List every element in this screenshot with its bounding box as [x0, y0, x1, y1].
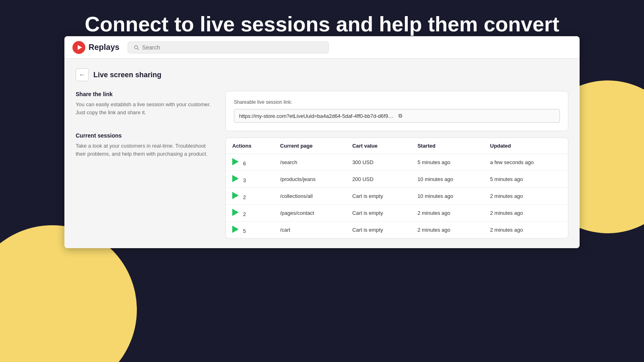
table-row: 2 /pages/contact Cart is empty 2 minutes…	[226, 205, 568, 222]
play-button[interactable]	[232, 158, 239, 165]
sessions-desc: Take a look at your customers in real-ti…	[76, 142, 213, 158]
link-input-row: https://my-store.com?etLiveUuid=ba4a2d64…	[234, 109, 560, 123]
cell-cart: Cart is empty	[346, 188, 411, 205]
play-button[interactable]	[232, 192, 239, 199]
share-desc: You can easily establish a live session …	[76, 101, 213, 116]
cell-started: 2 minutes ago	[411, 205, 483, 222]
cell-page: /search	[274, 154, 346, 171]
search-icon	[134, 45, 139, 50]
cell-cart: Cart is empty	[346, 222, 411, 239]
cell-actions: 2	[226, 188, 274, 205]
share-card: Shareable live session link: https://my-…	[225, 91, 568, 131]
copy-button[interactable]: ⧉	[398, 113, 555, 119]
play-button[interactable]	[232, 175, 239, 182]
cell-updated: 2 minutes ago	[484, 188, 568, 205]
table-header-row: Actions Current page Cart value Started …	[226, 138, 568, 154]
play-triangle-icon	[232, 175, 239, 182]
cell-cart: Cart is empty	[346, 205, 411, 222]
cell-page: /collections/all	[274, 188, 346, 205]
app-header: Replays	[64, 36, 580, 59]
cell-started: 10 minutes ago	[411, 188, 483, 205]
cell-actions: 3	[226, 171, 274, 188]
sessions-title: Current sessions	[76, 132, 213, 139]
col-started: Started	[411, 138, 483, 154]
cell-count: 6	[243, 160, 246, 167]
cell-cart: 200 USD	[346, 171, 411, 188]
cell-page: /cart	[274, 222, 346, 239]
search-bar[interactable]	[128, 41, 329, 53]
cell-count: 5	[243, 228, 246, 234]
cell-count: 3	[243, 177, 246, 183]
back-button[interactable]: ←	[76, 68, 89, 81]
svg-point-2	[134, 45, 138, 49]
share-title: Share the link	[76, 91, 213, 97]
logo-area: Replays	[72, 41, 120, 54]
cell-count: 2	[243, 194, 246, 200]
play-triangle-icon	[232, 226, 239, 233]
cell-actions: 5	[226, 222, 274, 239]
cell-updated: 5 minutes ago	[484, 171, 568, 188]
search-input[interactable]	[142, 44, 323, 51]
col-current-page: Current page	[274, 138, 346, 154]
logo-icon	[72, 41, 85, 54]
table-row: 3 /products/jeans 200 USD 10 minutes ago…	[226, 171, 568, 188]
page-content: ← Live screen sharing Share the link You…	[64, 59, 580, 248]
cell-actions: 6	[226, 154, 274, 171]
play-triangle-icon	[232, 158, 239, 165]
page-title: Live screen sharing	[93, 71, 161, 79]
cell-page: /pages/contact	[274, 205, 346, 222]
sessions-table-card: Actions Current page Cart value Started …	[225, 138, 568, 239]
col-updated: Updated	[484, 138, 568, 154]
col-cart-value: Cart value	[346, 138, 411, 154]
play-triangle-icon	[232, 209, 239, 216]
table-row: 2 /collections/all Cart is empty 10 minu…	[226, 188, 568, 205]
right-column: Shareable live session link: https://my-…	[225, 91, 568, 239]
logo-text: Replays	[89, 43, 120, 52]
sessions-section-label: Current sessions Take a look at your cus…	[76, 132, 213, 158]
cell-actions: 2	[226, 205, 274, 222]
play-triangle-icon	[232, 192, 239, 199]
cell-updated: a few seconds ago	[484, 154, 568, 171]
table-row: 5 /cart Cart is empty 2 minutes ago 2 mi…	[226, 222, 568, 239]
cell-page: /products/jeans	[274, 171, 346, 188]
table-row: 6 /search 300 USD 5 minutes ago a few se…	[226, 154, 568, 171]
cell-started: 10 minutes ago	[411, 171, 483, 188]
cell-started: 5 minutes ago	[411, 154, 483, 171]
svg-line-3	[137, 48, 138, 49]
cell-count: 2	[243, 211, 246, 217]
col-actions: Actions	[226, 138, 274, 154]
app-window: Replays ← Live screen sharing Share the …	[64, 36, 580, 248]
link-label: Shareable live session link:	[234, 99, 560, 105]
cell-started: 2 minutes ago	[411, 222, 483, 239]
play-button[interactable]	[232, 226, 239, 233]
table-body: 6 /search 300 USD 5 minutes ago a few se…	[226, 154, 568, 239]
cell-updated: 2 minutes ago	[484, 205, 568, 222]
link-value: https://my-store.com?etLiveUuid=ba4a2d64…	[239, 113, 395, 119]
page-header: ← Live screen sharing	[76, 68, 568, 81]
sessions-table: Actions Current page Cart value Started …	[226, 138, 568, 238]
cell-updated: 2 minutes ago	[484, 222, 568, 239]
cell-cart: 300 USD	[346, 154, 411, 171]
two-col-layout: Share the link You can easily establish …	[76, 91, 568, 239]
left-column: Share the link You can easily establish …	[76, 91, 213, 239]
table-head: Actions Current page Cart value Started …	[226, 138, 568, 154]
play-button[interactable]	[232, 209, 239, 216]
share-section: Share the link You can easily establish …	[76, 91, 213, 116]
